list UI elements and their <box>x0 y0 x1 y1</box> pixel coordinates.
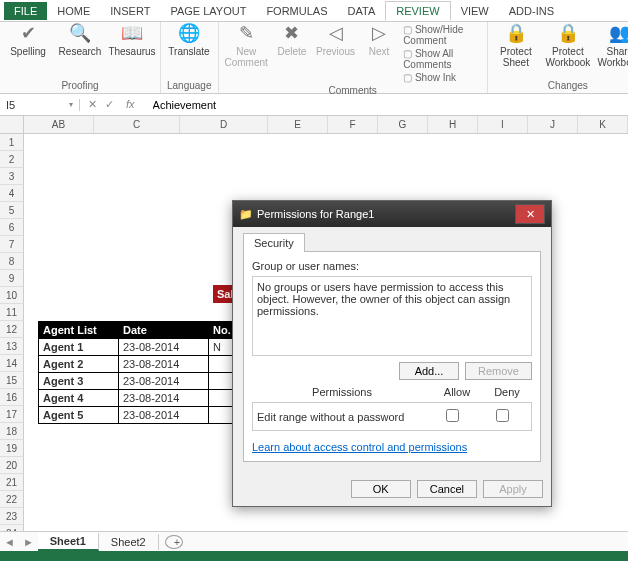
protect-workbook-button[interactable]: 🔒Protect Workbook <box>546 24 590 68</box>
translate-button[interactable]: 🌐Translate <box>167 24 211 57</box>
column-header[interactable]: I <box>478 116 528 133</box>
row-header[interactable]: 3 <box>0 168 24 185</box>
apply-button[interactable]: Apply <box>483 480 543 498</box>
tab-data[interactable]: DATA <box>338 2 386 20</box>
previous-comment-button[interactable]: ◁Previous <box>316 24 355 57</box>
tab-page-layout[interactable]: PAGE LAYOUT <box>160 2 256 20</box>
row-header[interactable]: 13 <box>0 338 24 355</box>
sheet-tab-1[interactable]: Sheet1 <box>38 533 99 551</box>
table-cell[interactable]: Agent 1 <box>39 339 119 356</box>
row-header[interactable]: 7 <box>0 236 24 253</box>
tab-insert[interactable]: INSERT <box>100 2 160 20</box>
sheet-nav-prev[interactable]: ◄ <box>0 536 19 548</box>
learn-more-link[interactable]: Learn about access control and permissio… <box>252 441 467 453</box>
security-tab[interactable]: Security <box>243 233 305 252</box>
delete-comment-button[interactable]: ✖Delete <box>276 24 308 57</box>
research-icon: 🔍 <box>69 24 91 44</box>
table-cell[interactable]: Agent 4 <box>39 390 119 407</box>
row-header[interactable]: 17 <box>0 406 24 423</box>
select-all-corner[interactable] <box>0 116 24 133</box>
column-header[interactable]: AB <box>24 116 94 133</box>
permission-item: Edit range without a password <box>257 411 427 423</box>
protect-sheet-button[interactable]: 🔒Protect Sheet <box>494 24 538 68</box>
comment-show-options[interactable]: Show/Hide Comment Show All Comments Show… <box>403 24 481 83</box>
sheet-tab-2[interactable]: Sheet2 <box>99 534 159 550</box>
share-workbook-button[interactable]: 👥Share Workbook <box>598 24 628 68</box>
table-header: Date <box>119 322 209 339</box>
cancel-formula-icon[interactable]: ✕ <box>88 98 97 111</box>
table-cell[interactable]: Agent 2 <box>39 356 119 373</box>
row-header[interactable]: 11 <box>0 304 24 321</box>
column-header[interactable]: G <box>378 116 428 133</box>
tab-review[interactable]: REVIEW <box>385 1 450 21</box>
table-cell[interactable]: Agent 3 <box>39 373 119 390</box>
row-header[interactable]: 12 <box>0 321 24 338</box>
row-header[interactable]: 6 <box>0 219 24 236</box>
thesaurus-button[interactable]: 📖Thesaurus <box>110 24 154 57</box>
row-header[interactable]: 15 <box>0 372 24 389</box>
group-language-label: Language <box>167 78 212 93</box>
column-header[interactable]: E <box>268 116 328 133</box>
group-list[interactable]: No groups or users have permission to ac… <box>252 276 532 356</box>
dialog-close-button[interactable]: ✕ <box>515 204 545 224</box>
table-cell[interactable]: 23-08-2014 <box>119 407 209 424</box>
tab-home[interactable]: HOME <box>47 2 100 20</box>
cancel-button[interactable]: Cancel <box>417 480 477 498</box>
permissions-dialog: 📁Permissions for Range1 ✕ Security Group… <box>232 200 552 507</box>
group-comments-label: Comments <box>225 83 481 98</box>
formula-input[interactable] <box>147 99 628 111</box>
row-header[interactable]: 5 <box>0 202 24 219</box>
folder-icon: 📁 <box>239 208 253 220</box>
tab-file[interactable]: FILE <box>4 2 47 20</box>
table-cell[interactable]: 23-08-2014 <box>119 390 209 407</box>
table-cell[interactable]: 23-08-2014 <box>119 356 209 373</box>
new-comment-button[interactable]: ✎New Comment <box>225 24 268 68</box>
allow-checkbox[interactable] <box>446 409 459 422</box>
ribbon: ✔Spelling 🔍Research 📖Thesaurus Proofing … <box>0 22 628 94</box>
sheet-nav-next[interactable]: ► <box>19 536 38 548</box>
share-icon: 👥 <box>609 24 628 44</box>
row-header[interactable]: 22 <box>0 491 24 508</box>
row-header[interactable]: 14 <box>0 355 24 372</box>
table-cell[interactable]: Agent 5 <box>39 407 119 424</box>
row-header[interactable]: 8 <box>0 253 24 270</box>
row-header[interactable]: 21 <box>0 474 24 491</box>
fx-icon[interactable]: fx <box>122 98 139 111</box>
column-header[interactable]: J <box>528 116 578 133</box>
new-comment-icon: ✎ <box>239 24 254 44</box>
column-header[interactable]: F <box>328 116 378 133</box>
add-button[interactable]: Add... <box>399 362 459 380</box>
remove-button[interactable]: Remove <box>465 362 532 380</box>
row-header[interactable]: 4 <box>0 185 24 202</box>
column-header[interactable]: H <box>428 116 478 133</box>
row-header[interactable]: 10 <box>0 287 24 304</box>
translate-icon: 🌐 <box>178 24 200 44</box>
row-header[interactable]: 2 <box>0 151 24 168</box>
ok-button[interactable]: OK <box>351 480 411 498</box>
group-changes-label: Changes <box>494 78 628 93</box>
row-header[interactable]: 16 <box>0 389 24 406</box>
next-comment-button[interactable]: ▷Next <box>363 24 395 57</box>
research-button[interactable]: 🔍Research <box>58 24 102 57</box>
row-header[interactable]: 18 <box>0 423 24 440</box>
group-proofing-label: Proofing <box>6 78 154 93</box>
tab-addins[interactable]: ADD-INS <box>499 2 564 20</box>
tab-view[interactable]: VIEW <box>451 2 499 20</box>
tab-formulas[interactable]: FORMULAS <box>256 2 337 20</box>
spelling-button[interactable]: ✔Spelling <box>6 24 50 57</box>
next-icon: ▷ <box>372 24 386 44</box>
deny-checkbox[interactable] <box>496 409 509 422</box>
row-header[interactable]: 1 <box>0 134 24 151</box>
column-header[interactable]: D <box>180 116 268 133</box>
row-header[interactable]: 9 <box>0 270 24 287</box>
column-header[interactable]: K <box>578 116 628 133</box>
table-cell[interactable]: 23-08-2014 <box>119 373 209 390</box>
enter-formula-icon[interactable]: ✓ <box>105 98 114 111</box>
name-box[interactable]: I5 <box>0 99 80 111</box>
row-header[interactable]: 20 <box>0 457 24 474</box>
column-header[interactable]: C <box>94 116 180 133</box>
add-sheet-button[interactable]: + <box>165 535 183 549</box>
row-header[interactable]: 23 <box>0 508 24 525</box>
table-cell[interactable]: 23-08-2014 <box>119 339 209 356</box>
row-header[interactable]: 19 <box>0 440 24 457</box>
